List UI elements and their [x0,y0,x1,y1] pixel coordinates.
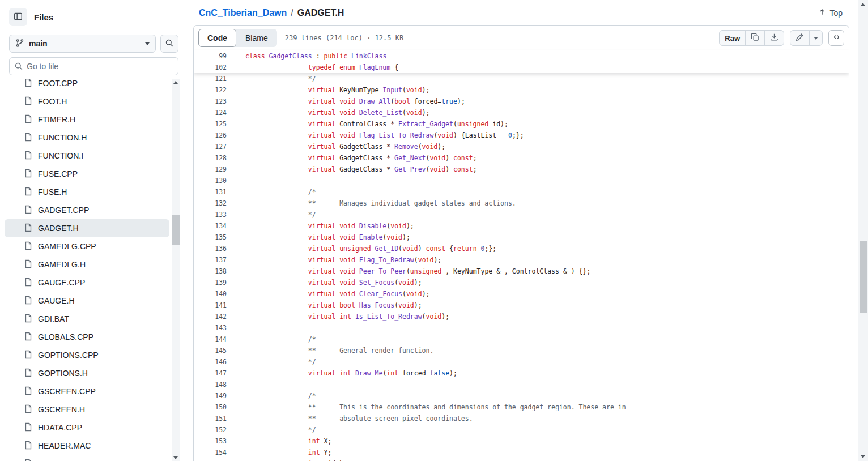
download-button[interactable] [764,31,784,45]
file-icon [24,241,33,252]
line-number[interactable]: 136 [194,243,227,254]
scroll-down-arrow-icon[interactable] [861,455,865,458]
file-tree-item-globals-cpp[interactable]: GLOBALS.CPP [5,328,169,346]
line-number[interactable]: 140 [194,288,227,300]
code-line-content: virtual void Flag_List_To_Redraw(void) {… [227,130,524,141]
file-tree-item-gauge-h[interactable]: GAUGE.H [5,292,169,310]
file-tree-item-foot-cpp[interactable]: FOOT.CPP [5,79,169,92]
code-line: 150 ** This is the coordinates and dimen… [194,402,849,413]
file-tree-item-foot-h[interactable]: FOOT.H [5,92,169,110]
sidebar-scrollbar[interactable] [172,79,180,461]
line-number[interactable]: 144 [194,334,227,345]
line-number[interactable]: 138 [194,266,227,277]
line-number[interactable]: 139 [194,277,227,288]
line-number[interactable]: 150 [194,402,227,413]
file-name: FUSE.CPP [38,169,78,178]
file-name: FUNCTION.H [38,133,87,142]
line-number[interactable]: 134 [194,220,227,232]
line-number[interactable]: 128 [194,152,227,164]
file-tree-item-header-mac[interactable]: HEADER.MAC [5,437,169,455]
file-tree-item-gdi-bat[interactable]: GDI.BAT [5,310,169,328]
line-number[interactable]: 124 [194,107,227,118]
edit-button[interactable] [790,31,809,45]
file-tree-item-function-h[interactable]: FUNCTION.H [5,129,169,147]
go-to-file-input[interactable] [9,57,178,75]
code-line-content: virtual ControlClass * Extract_Gadget(un… [227,118,508,130]
line-number[interactable]: 125 [194,118,227,130]
line-number[interactable]: 126 [194,130,227,141]
raw-button[interactable]: Raw [720,31,745,45]
file-icon [24,151,33,161]
line-number[interactable]: 122 [194,84,227,96]
line-number[interactable]: 133 [194,209,227,220]
scroll-up-arrow-icon[interactable] [173,81,178,84]
edit-dropdown-button[interactable] [809,31,822,45]
file-tree-item-gamedlg-h[interactable]: GAMEDLG.H [5,255,169,274]
file-tree-item-goptions-h[interactable]: GOPTIONS.H [5,364,169,382]
file-tree-item-goptions-cpp[interactable]: GOPTIONS.CPP [5,346,169,364]
line-number[interactable]: 131 [194,186,227,198]
line-number[interactable]: 129 [194,164,227,175]
line-number[interactable]: 151 [194,413,227,424]
line-number[interactable]: 155 [194,458,227,461]
line-number[interactable]: 148 [194,379,227,390]
code-line-content [227,379,245,390]
file-tree-item-gauge-cpp[interactable]: GAUGE.CPP [5,274,169,292]
copy-button[interactable] [745,31,764,45]
breadcrumb-file-name: GADGET.H [297,8,344,18]
page-scrollbar-thumb[interactable] [860,241,867,313]
line-number[interactable]: 141 [194,300,227,311]
breadcrumb-repo-link[interactable]: CnC_Tiberian_Dawn [199,8,287,18]
file-tree-item-ftimer-h[interactable]: FTIMER.H [5,110,169,129]
tab-blame[interactable]: Blame [236,29,277,47]
file-tree-item-fuse-h[interactable]: FUSE.H [5,183,169,201]
line-number[interactable]: 123 [194,96,227,107]
edit-button-group [790,30,823,46]
line-number[interactable]: 132 [194,198,227,209]
code-line: 136 virtual unsigned Get_ID(void) const … [194,243,849,254]
line-number[interactable]: 127 [194,141,227,152]
line-number[interactable]: 137 [194,254,227,266]
scroll-down-arrow-icon[interactable] [173,456,178,459]
symbols-button[interactable] [828,30,844,46]
file-tree-item-gscreen-cpp[interactable]: GSCREEN.CPP [5,382,169,400]
file-tree-item-gadget-h[interactable]: GADGET.H [5,219,169,237]
file-header-toolbar: Code Blame 239 lines (214 loc) · 12.5 KB… [194,26,849,50]
line-number[interactable]: 154 [194,447,227,458]
file-tree-item-gscreen-h[interactable]: GSCREEN.H [5,400,169,419]
line-number[interactable]: 152 [194,424,227,436]
file-tree-item-hdata-cpp[interactable]: HDATA.CPP [5,419,169,437]
line-number[interactable]: 146 [194,356,227,368]
file-tree-item-gamedlg-cpp[interactable]: GAMEDLG.CPP [5,237,169,255]
file-tree-item-fuse-cpp[interactable]: FUSE.CPP [5,165,169,183]
page-scrollbar[interactable] [858,0,868,461]
code-line-content: ** General render function. [227,345,433,356]
tab-code[interactable]: Code [198,29,236,47]
file-tree-item-function-i[interactable]: FUNCTION.I [5,147,169,165]
line-number[interactable]: 147 [194,368,227,379]
code-line: 102 typedef enum FlagEnum { [194,62,849,73]
back-to-top-link[interactable]: Top [818,8,843,18]
line-number[interactable]: 145 [194,345,227,356]
scroll-up-arrow-icon[interactable] [861,3,865,6]
sidebar-scrollbar-thumb[interactable] [172,215,180,245]
line-number[interactable]: 102 [194,62,227,73]
line-number[interactable]: 143 [194,322,227,334]
code-line: 129 virtual GadgetClass * Get_Prev(void)… [194,164,849,175]
code-line: 125 virtual ControlClass * Extract_Gadge… [194,118,849,130]
sidebar-collapse-button[interactable] [9,8,27,26]
code-line-content: class GadgetClass : public LinkClass [227,50,386,62]
line-number[interactable]: 153 [194,436,227,447]
line-number[interactable]: 142 [194,311,227,322]
line-number[interactable]: 121 [194,73,227,84]
file-tree-item-heap-cpp[interactable]: HEAP.CPP [5,455,169,461]
line-number[interactable]: 135 [194,232,227,243]
line-number[interactable]: 99 [194,50,227,62]
file-name: FOOT.H [38,97,67,106]
line-number[interactable]: 130 [194,175,227,186]
tree-search-button[interactable] [160,35,178,53]
file-tree-item-gadget-cpp[interactable]: GADGET.CPP [5,201,169,219]
code-line-content: virtual GadgetClass * Get_Prev(void) con… [227,164,477,175]
line-number[interactable]: 149 [194,390,227,402]
branch-selector[interactable]: main [9,35,156,53]
